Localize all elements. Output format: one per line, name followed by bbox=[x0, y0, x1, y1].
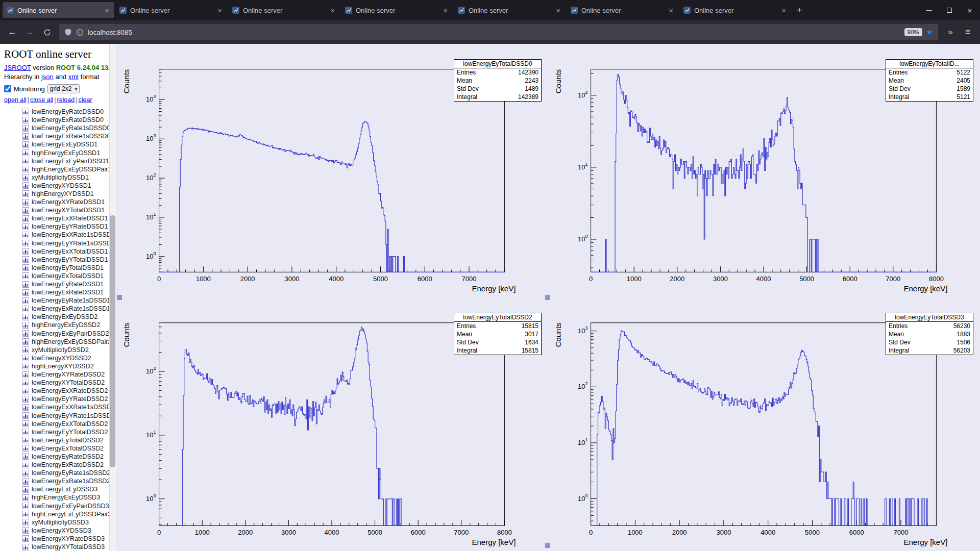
hierarchy-item[interactable]: lowEnergyExEyDSSD1 bbox=[22, 140, 116, 148]
maximize-button[interactable] bbox=[939, 0, 960, 20]
hierarchy-item[interactable]: lowEnergyXYTotalDSSD1 bbox=[22, 206, 116, 214]
hierarchy-item[interactable]: lowEnergyExEyPairDSSD3 bbox=[22, 502, 116, 510]
hierarchy-item[interactable]: lowEnergyEyRate1sDSSD0 bbox=[22, 124, 116, 132]
overflow-chevron-icon[interactable]: » bbox=[942, 24, 959, 40]
browser-tab[interactable]: Online server× bbox=[454, 2, 566, 18]
hierarchy-item[interactable]: lowEnergyEyRate1sDSSD1 bbox=[22, 296, 116, 305]
browser-tab[interactable]: Online server× bbox=[115, 2, 227, 18]
stats-box[interactable]: lowEnergyEyTotalDSSD2 Entries15815 Mean3… bbox=[454, 313, 542, 355]
plot-pad-bottom-left[interactable]: 0100020003000400050006000700080001001011… bbox=[116, 297, 548, 551]
hierarchy-item[interactable]: lowEnergyExXRate1sDSSD2 bbox=[22, 403, 116, 411]
minimize-button[interactable] bbox=[919, 0, 939, 20]
hierarchy-item[interactable]: xyMultiplicityDSSD2 bbox=[22, 346, 116, 354]
plot-pad-bottom-right[interactable]: 0100020003000400050006000700010010110210… bbox=[548, 297, 979, 551]
back-button[interactable]: ← bbox=[4, 24, 20, 40]
hierarchy-item[interactable]: lowEnergyEyTotalDSSD2 bbox=[22, 436, 116, 444]
hierarchy-item[interactable]: lowEnergyExXTotalDSSD2 bbox=[22, 420, 116, 428]
hierarchy-item[interactable]: lowEnergyEyYRate1sDSSD2 bbox=[22, 411, 116, 419]
grid-splitter-handle[interactable] bbox=[117, 295, 122, 300]
open-all-link[interactable]: open all bbox=[4, 96, 27, 104]
hierarchy-item[interactable]: lowEnergyXYDSSD3 bbox=[22, 527, 116, 535]
hierarchy-item[interactable]: highEnergyExEyDSSD2 bbox=[22, 321, 116, 329]
hierarchy-item[interactable]: highEnergyExEyDSSD3 bbox=[22, 493, 116, 502]
grid-splitter-handle[interactable] bbox=[545, 543, 550, 548]
tab-close-icon[interactable]: × bbox=[216, 6, 223, 15]
tab-close-icon[interactable]: × bbox=[329, 6, 336, 15]
tab-close-icon[interactable]: × bbox=[104, 6, 110, 15]
hierarchy-item[interactable]: lowEnergyEyYRate1sDSSD1 bbox=[22, 239, 116, 247]
hierarchy-item[interactable]: highEnergyExEyDSSD1 bbox=[22, 148, 116, 157]
hierarchy-item[interactable]: lowEnergyEyTotalDSSD1 bbox=[22, 264, 116, 272]
reload-button[interactable] bbox=[39, 24, 55, 40]
hierarchy-item[interactable]: xyMultiplicityDSSD3 bbox=[22, 518, 116, 527]
hierarchy-item[interactable]: highEnergyXYDSSD1 bbox=[22, 190, 116, 198]
sidebar-scrollbar-track[interactable] bbox=[109, 44, 116, 551]
hierarchy-item[interactable]: lowEnergyExXTotalDSSD1 bbox=[22, 247, 116, 256]
hierarchy-item[interactable]: lowEnergyXYRateDSSD1 bbox=[22, 198, 116, 206]
tab-close-icon[interactable]: × bbox=[780, 6, 787, 15]
zoom-indicator[interactable]: 90% bbox=[904, 28, 922, 36]
hierarchy-item[interactable]: lowEnergyExTotalDSSD2 bbox=[22, 444, 116, 453]
hierarchy-item[interactable]: lowEnergyXYTotalDSSD2 bbox=[22, 379, 116, 387]
stats-box[interactable]: lowEnergyEyTotalDSSD3 Entries56230 Mean1… bbox=[886, 313, 973, 355]
hierarchy-item[interactable]: lowEnergyEyRateDSSD0 bbox=[22, 108, 116, 116]
hierarchy-item[interactable]: lowEnergyXYRateDSSD3 bbox=[22, 535, 116, 543]
site-info-icon[interactable] bbox=[76, 29, 84, 36]
hierarchy-item[interactable]: lowEnergyExRate1sDSSD0 bbox=[22, 132, 116, 140]
hierarchy-item[interactable]: lowEnergyExRateDSSD0 bbox=[22, 116, 116, 124]
hierarchy-item[interactable]: lowEnergyExXRate1sDSSD1 bbox=[22, 231, 116, 239]
hierarchy-item[interactable]: lowEnergyExEyPairDSSD2 bbox=[22, 330, 116, 338]
hierarchy-item[interactable]: lowEnergyEyYTotalDSSD2 bbox=[22, 428, 116, 436]
hierarchy-item[interactable]: lowEnergyXYRateDSSD2 bbox=[22, 370, 116, 379]
hierarchy-item[interactable]: lowEnergyEyYTotalDSSD1 bbox=[22, 256, 116, 264]
json-link[interactable]: json bbox=[41, 73, 54, 81]
tab-close-icon[interactable]: × bbox=[668, 6, 674, 15]
reload-link[interactable]: reload bbox=[57, 96, 75, 104]
bookmark-star-icon[interactable]: ★ bbox=[926, 28, 933, 37]
clear-link[interactable]: clear bbox=[78, 96, 92, 104]
close-window-button[interactable]: × bbox=[960, 0, 980, 20]
hierarchy-item[interactable]: lowEnergyEyYRateDSSD2 bbox=[22, 395, 116, 403]
hierarchy-item[interactable]: highEnergyExEyDSSDPair1 bbox=[22, 165, 116, 173]
browser-tab[interactable]: Online server× bbox=[3, 2, 114, 18]
hierarchy-item[interactable]: lowEnergyExXRateDSSD2 bbox=[22, 387, 116, 395]
new-tab-button[interactable]: + bbox=[792, 3, 807, 18]
hierarchy-item[interactable]: lowEnergyExEyDSSD3 bbox=[22, 485, 116, 493]
stats-box[interactable]: lowEnergyEyTotalDSSD0 Entries142390 Mean… bbox=[454, 59, 542, 102]
grid-splitter-handle[interactable] bbox=[545, 295, 550, 300]
xml-link[interactable]: xml bbox=[68, 73, 79, 81]
tab-close-icon[interactable]: × bbox=[442, 6, 449, 15]
close-all-link[interactable]: close all bbox=[30, 96, 53, 104]
hierarchy-item[interactable]: highEnergyExEyDSSDPair2 bbox=[22, 338, 116, 346]
hierarchy-item[interactable]: lowEnergyXYTotalDSSD3 bbox=[22, 543, 116, 551]
monitoring-checkbox[interactable] bbox=[4, 85, 11, 92]
hierarchy-item[interactable]: highEnergyXYDSSD2 bbox=[22, 362, 116, 370]
url-bar[interactable]: localhost:8085 90% ★ bbox=[59, 24, 938, 40]
plot-pad-top-left[interactable]: 0100020003000400050006000700010010110210… bbox=[116, 44, 548, 297]
monitoring-layout-select[interactable]: grid 2x2▾ bbox=[47, 84, 80, 93]
hierarchy-item[interactable]: lowEnergyExEyPairDSSD1 bbox=[22, 157, 116, 165]
jsroot-link[interactable]: JSROOT bbox=[4, 64, 31, 71]
plot-pad-top-right[interactable]: 0100020003000400050006000700080001001011… bbox=[548, 44, 979, 297]
tab-close-icon[interactable]: × bbox=[555, 6, 561, 15]
hierarchy-item[interactable]: lowEnergyExXRateDSSD1 bbox=[22, 214, 116, 222]
hierarchy-item[interactable]: lowEnergyXYDSSD2 bbox=[22, 354, 116, 362]
sidebar-scrollbar-thumb[interactable] bbox=[110, 215, 115, 467]
hierarchy-item[interactable]: lowEnergyExRateDSSD2 bbox=[22, 461, 116, 469]
menu-hamburger-icon[interactable]: ≡ bbox=[960, 24, 976, 40]
hierarchy-item[interactable]: lowEnergyExRate1sDSSD1 bbox=[22, 305, 116, 313]
stats-box[interactable]: lowEnergyEyTotalID... Entries5122 Mean24… bbox=[886, 59, 973, 102]
hierarchy-item[interactable]: lowEnergyEyRate1sDSSD2 bbox=[22, 469, 116, 477]
hierarchy-item[interactable]: lowEnergyExRate1sDSSD2 bbox=[22, 477, 116, 485]
hierarchy-item[interactable]: lowEnergyXYDSSD1 bbox=[22, 182, 116, 190]
browser-tab[interactable]: Online server× bbox=[341, 2, 453, 18]
hierarchy-item[interactable]: lowEnergyExTotalDSSD1 bbox=[22, 272, 116, 280]
forward-button[interactable]: → bbox=[21, 24, 38, 40]
hierarchy-item[interactable]: xyMultiplicityDSSD1 bbox=[22, 173, 116, 182]
hierarchy-item[interactable]: lowEnergyExRateDSSD1 bbox=[22, 288, 116, 296]
hierarchy-item[interactable]: lowEnergyExEyDSSD2 bbox=[22, 313, 116, 321]
browser-tab[interactable]: Online server× bbox=[228, 2, 340, 18]
hierarchy-item[interactable]: lowEnergyEyYRateDSSD1 bbox=[22, 222, 116, 231]
browser-tab[interactable]: Online server× bbox=[567, 2, 678, 18]
hierarchy-item[interactable]: lowEnergyEyRateDSSD2 bbox=[22, 453, 116, 461]
